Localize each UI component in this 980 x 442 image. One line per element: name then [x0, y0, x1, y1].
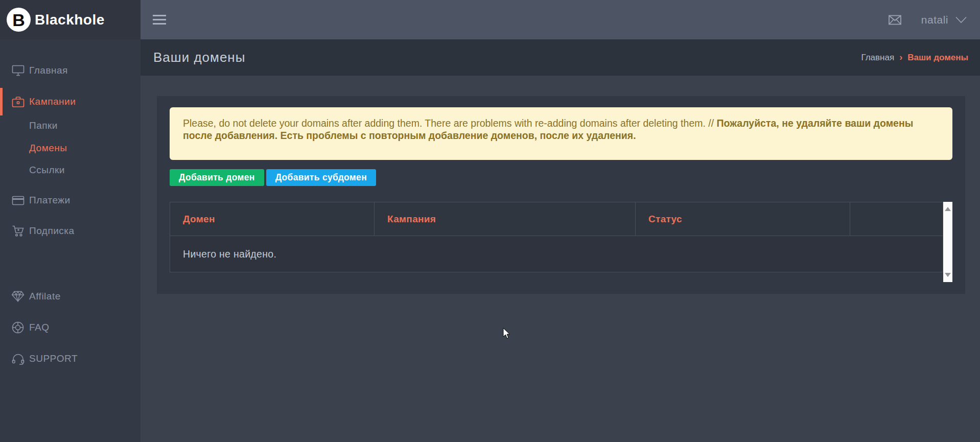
- column-header-domain[interactable]: Домен: [170, 202, 375, 236]
- logo-letter: B: [12, 11, 25, 29]
- envelope-icon: [888, 14, 902, 26]
- empty-message: Ничего не найдено.: [170, 236, 943, 272]
- breadcrumb-home-link[interactable]: Главная: [861, 53, 894, 63]
- sidebar-item-links[interactable]: Ссылки: [0, 161, 141, 179]
- warning-text-en: Please, do not delete your domains after…: [183, 118, 717, 129]
- sidebar-item-affilate[interactable]: Affilate: [0, 286, 141, 307]
- domains-table-container: Домен Кампания Статус Ничего не найдено.: [170, 202, 952, 282]
- page-title: Ваши домены: [153, 50, 245, 65]
- column-header-status[interactable]: Статус: [636, 202, 850, 236]
- scroll-up-icon[interactable]: [945, 207, 951, 211]
- sidebar-item-domains[interactable]: Домены: [0, 139, 141, 157]
- cart-plus-icon: [11, 225, 25, 237]
- hamburger-bar: [153, 19, 166, 20]
- menu-toggle-button[interactable]: [150, 9, 169, 30]
- sidebar-item-campaigns[interactable]: Кампании: [0, 88, 141, 115]
- sidebar-item-label: Affilate: [29, 291, 61, 302]
- briefcase-icon: [11, 96, 25, 108]
- breadcrumb-current: Ваши домены: [907, 53, 968, 63]
- hamburger-bar: [153, 23, 166, 25]
- warning-alert: Please, do not delete your domains after…: [170, 107, 952, 160]
- sidebar-item-folders[interactable]: Папки: [0, 117, 141, 134]
- brand[interactable]: B Blackhole: [0, 0, 141, 39]
- chevron-down-icon: [955, 16, 967, 24]
- domains-table: Домен Кампания Статус Ничего не найдено.: [170, 202, 943, 272]
- add-domain-button[interactable]: Добавить домен: [170, 169, 264, 186]
- navbar-right: natali: [141, 0, 980, 39]
- user-menu[interactable]: natali: [921, 14, 967, 26]
- sidebar-item-support[interactable]: SUPPORT: [0, 348, 141, 369]
- column-header-campaign[interactable]: Кампания: [375, 202, 636, 236]
- mail-icon[interactable]: [888, 14, 902, 26]
- sidebar-item-subscription[interactable]: Подписка: [0, 221, 141, 241]
- sidebar-item-payments[interactable]: Платежи: [0, 190, 141, 211]
- monitor-icon: [11, 65, 25, 76]
- actions-row: Добавить домен Добавить субдомен: [170, 169, 952, 186]
- sidebar-item-home[interactable]: Главная: [0, 60, 141, 81]
- life-ring-icon: [11, 321, 25, 334]
- credit-card-icon: [11, 196, 25, 205]
- top-navbar: B Blackhole natali: [0, 0, 980, 39]
- hamburger-bar: [153, 15, 166, 16]
- gem-icon: [11, 291, 25, 302]
- table-empty-row: Ничего не найдено.: [170, 236, 943, 272]
- page-header: Ваши домены Главная › Ваши домены: [141, 39, 980, 76]
- sidebar-item-label: Ссылки: [29, 165, 65, 176]
- column-header-actions: [850, 202, 943, 236]
- brand-logo-icon: B: [7, 8, 31, 32]
- table-scrollbar[interactable]: [943, 202, 952, 282]
- breadcrumb-separator-icon: ›: [899, 52, 902, 63]
- breadcrumb: Главная › Ваши домены: [861, 52, 968, 63]
- username: natali: [921, 14, 948, 26]
- sidebar-item-label: Папки: [29, 120, 58, 131]
- domains-card: Please, do not delete your domains after…: [157, 96, 965, 294]
- sidebar-item-label: Кампании: [29, 96, 76, 107]
- sidebar-item-faq[interactable]: FAQ: [0, 317, 141, 338]
- add-subdomain-button[interactable]: Добавить субдомен: [266, 169, 376, 186]
- sidebar-item-label: Главная: [29, 65, 68, 76]
- brand-name: Blackhole: [35, 12, 105, 28]
- table-header-row: Домен Кампания Статус: [170, 202, 943, 236]
- sidebar-item-label: Платежи: [29, 195, 71, 206]
- sidebar-item-label: Подписка: [29, 225, 75, 237]
- scroll-down-icon[interactable]: [945, 273, 951, 277]
- headphones-icon: [11, 353, 25, 365]
- sidebar-item-label: SUPPORT: [29, 353, 78, 364]
- sidebar: Главная Кампании Папки Домены Ссылки: [0, 39, 141, 442]
- sidebar-item-label: FAQ: [29, 322, 50, 333]
- navbar-actions: natali: [888, 14, 967, 26]
- main-content: Please, do not delete your domains after…: [141, 76, 980, 442]
- sidebar-item-label: Домены: [29, 143, 67, 154]
